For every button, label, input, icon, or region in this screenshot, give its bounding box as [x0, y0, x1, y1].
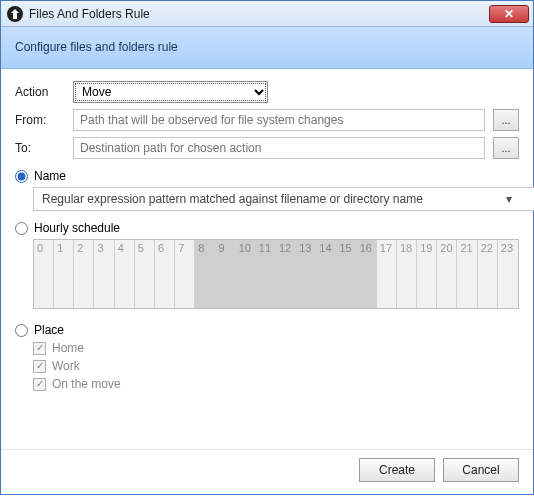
place-item: ✓On the move — [33, 377, 519, 391]
from-input[interactable] — [73, 109, 485, 131]
content-area: Action Move From: ... To: ... Name Regul… — [1, 69, 533, 449]
hour-cell-3[interactable]: 3 — [94, 240, 114, 308]
cancel-button[interactable]: Cancel — [443, 458, 519, 482]
hourly-radio[interactable] — [15, 222, 28, 235]
place-checkbox[interactable]: ✓ — [33, 342, 46, 355]
hour-cell-21[interactable]: 21 — [457, 240, 477, 308]
hour-cell-18[interactable]: 18 — [397, 240, 417, 308]
hour-cell-12[interactable]: 12 — [276, 240, 296, 308]
place-item: ✓Work — [33, 359, 519, 373]
place-item: ✓Home — [33, 341, 519, 355]
hour-cell-17[interactable]: 17 — [377, 240, 397, 308]
name-radio-label: Name — [34, 169, 66, 183]
hour-cell-2[interactable]: 2 — [74, 240, 94, 308]
hour-cell-4[interactable]: 4 — [115, 240, 135, 308]
from-browse-button[interactable]: ... — [493, 109, 519, 131]
hour-cell-15[interactable]: 15 — [336, 240, 356, 308]
name-pattern-select[interactable]: Regular expression pattern matched again… — [33, 187, 534, 211]
place-radio-label: Place — [34, 323, 64, 337]
to-browse-button[interactable]: ... — [493, 137, 519, 159]
name-radio[interactable] — [15, 170, 28, 183]
hour-cell-1[interactable]: 1 — [54, 240, 74, 308]
hourly-radio-label: Hourly schedule — [34, 221, 120, 235]
name-pattern-text: Regular expression pattern matched again… — [42, 192, 423, 206]
to-input[interactable] — [73, 137, 485, 159]
action-select[interactable]: Move — [73, 81, 268, 103]
to-label: To: — [15, 141, 65, 155]
place-label: Work — [52, 359, 80, 373]
hour-cell-6[interactable]: 6 — [155, 240, 175, 308]
hour-cell-20[interactable]: 20 — [437, 240, 457, 308]
place-label: On the move — [52, 377, 121, 391]
hourly-grid[interactable]: 01234567891011121314151617181920212223 — [33, 239, 519, 309]
close-button[interactable]: ✕ — [489, 5, 529, 23]
chevron-down-icon: ▾ — [506, 192, 512, 206]
hour-cell-16[interactable]: 16 — [357, 240, 377, 308]
header-band: Configure files and folders rule — [1, 27, 533, 69]
hour-cell-23[interactable]: 23 — [498, 240, 518, 308]
place-radio[interactable] — [15, 324, 28, 337]
hour-cell-7[interactable]: 7 — [175, 240, 195, 308]
hour-cell-5[interactable]: 5 — [135, 240, 155, 308]
dialog-window: Files And Folders Rule ✕ Configure files… — [0, 0, 534, 495]
hour-cell-13[interactable]: 13 — [296, 240, 316, 308]
hour-cell-14[interactable]: 14 — [316, 240, 336, 308]
app-icon — [7, 6, 23, 22]
action-label: Action — [15, 85, 65, 99]
titlebar: Files And Folders Rule ✕ — [1, 1, 533, 27]
hour-cell-8[interactable]: 8 — [195, 240, 215, 308]
page-title: Configure files and folders rule — [15, 40, 178, 54]
from-label: From: — [15, 113, 65, 127]
place-label: Home — [52, 341, 84, 355]
window-title: Files And Folders Rule — [29, 7, 150, 21]
footer: Create Cancel — [1, 449, 533, 494]
hour-cell-11[interactable]: 11 — [256, 240, 276, 308]
place-checkbox[interactable]: ✓ — [33, 360, 46, 373]
hour-cell-0[interactable]: 0 — [34, 240, 54, 308]
create-button[interactable]: Create — [359, 458, 435, 482]
place-checkbox[interactable]: ✓ — [33, 378, 46, 391]
hour-cell-22[interactable]: 22 — [478, 240, 498, 308]
close-icon: ✕ — [504, 7, 514, 21]
hour-cell-19[interactable]: 19 — [417, 240, 437, 308]
hour-cell-10[interactable]: 10 — [236, 240, 256, 308]
hour-cell-9[interactable]: 9 — [215, 240, 235, 308]
